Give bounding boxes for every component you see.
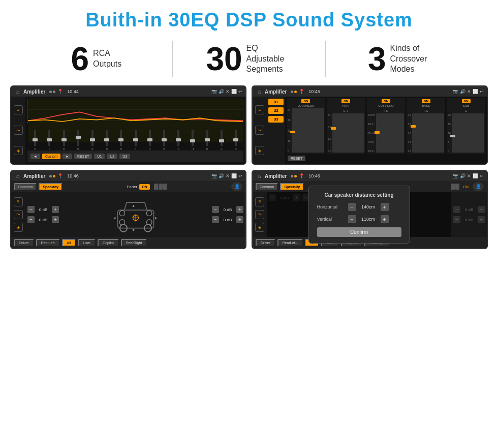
svg-text:▲: ▲ (132, 204, 135, 208)
db-val-1: 0 dB (36, 207, 50, 212)
dialog-horizontal-row: Horizontal − 140cm + (317, 203, 401, 211)
fader-sidebar-icon-3[interactable]: ◈ (14, 223, 23, 232)
distance-sidebar-icon-3[interactable]: ◈ (255, 223, 264, 232)
dist-side-minus-2: − (453, 216, 460, 223)
btn-rearleft[interactable]: RearLeft (36, 239, 60, 247)
distance-dot-1 (291, 175, 293, 177)
slider-cutfreq[interactable] (376, 113, 404, 153)
fader-label-text: Fader (127, 185, 137, 189)
preset-u1[interactable]: U1 (268, 99, 284, 105)
distance-tab-specialty[interactable]: Specialty (280, 183, 304, 191)
fader-home-icon[interactable]: ⌂ (14, 172, 21, 180)
home-icon[interactable]: ⌂ (14, 88, 21, 95)
fader-status-dots (49, 175, 55, 177)
db-minus-4[interactable]: − (212, 216, 219, 223)
crossover-status-bar: ⌂ Amplifier 📍 10:45 📷 🔊 ✕ ⬜ ↩ (253, 86, 487, 97)
slider-sub[interactable] (452, 113, 484, 153)
crossover-home-icon[interactable]: ⌂ (256, 88, 263, 95)
crossover-sidebar-icon-1[interactable]: ≡ (255, 105, 264, 114)
db-minus-2[interactable]: − (27, 216, 35, 223)
page-title: Buith-in 30EQ DSP Sound System (0, 0, 498, 36)
btn-rearright[interactable]: RearRight (121, 239, 147, 247)
dialog-vertical-row: Vertical − 110cm + (317, 215, 401, 223)
distance-location-icon: 📍 (299, 173, 304, 178)
db-minus-1[interactable]: − (27, 206, 35, 213)
fader-time: 10:46 (67, 173, 79, 178)
fader-bottom-bar: Driver RearLeft All User Copilot RearRig… (11, 237, 245, 248)
dialog-vertical-minus[interactable]: − (348, 215, 356, 223)
toggle-bass[interactable]: ON (422, 99, 430, 103)
db-val-4: 0 dB (221, 218, 235, 222)
crossover-volume-icon: 🔊 (460, 89, 465, 94)
btn-copilot[interactable]: Copilot (98, 239, 119, 247)
btn-all[interactable]: All (62, 239, 76, 247)
fader-close-icon: ✕ (226, 173, 230, 178)
crossover-channels: ON LOUDNESS 644832160 ON (287, 98, 485, 154)
fader-dot-1 (49, 175, 52, 177)
crossover-window-icon: ⬜ (473, 89, 478, 94)
toggle-phat[interactable]: ON (341, 99, 350, 103)
eq-sidebar-icon-1[interactable]: ≡ (14, 105, 23, 114)
db-minus-3[interactable]: − (212, 206, 219, 213)
db-plus-2[interactable]: + (52, 216, 59, 223)
dist-side-plus-2: + (478, 216, 485, 223)
fader-tab-specialty[interactable]: Specialty (39, 183, 63, 191)
eq-u2-btn[interactable]: U2 (107, 154, 117, 159)
eq-play-btn[interactable]: ► (63, 154, 72, 159)
preset-u2[interactable]: U2 (268, 107, 284, 114)
fader-sidebar-icon-2[interactable]: 〜 (14, 210, 23, 219)
channel-sub: ON SUB G 20151050 (447, 98, 485, 154)
db-val-2: 0 dB (36, 218, 50, 222)
fader-location-icon: 📍 (57, 173, 63, 178)
stat-crossover-number: 3 (368, 43, 386, 75)
fader-tab-common[interactable]: Common (14, 183, 37, 191)
toggle-sub[interactable]: ON (462, 99, 471, 103)
distance-home-icon[interactable]: ⌂ (256, 172, 263, 180)
eq-status-title: Amplifier (23, 89, 45, 95)
distance-time: 10:46 (308, 173, 320, 178)
dist-btn-rearleft[interactable]: RearLef... (277, 239, 303, 247)
crossover-sidebar-icon-3[interactable]: ◈ (255, 146, 264, 155)
eq-u1-btn[interactable]: U1 (94, 154, 105, 159)
eq-bottom-bar: ◄ Custom ► RESET U1 U2 U3 (27, 151, 243, 162)
db-plus-1[interactable]: + (52, 206, 59, 213)
fader-status-bar: ⌂ Amplifier 📍 10:46 📷 🔊 ✕ ⬜ ↩ (11, 171, 245, 181)
eq-sidebar-icon-2[interactable]: 〜 (14, 126, 23, 135)
crossover-sidebar-icon-2[interactable]: 〜 (255, 126, 264, 135)
dialog-horizontal-ctrl: − 140cm + (348, 203, 389, 211)
dialog-vertical-plus[interactable]: + (381, 215, 389, 223)
toggle-cutfreq[interactable]: ON (382, 99, 390, 103)
slider-loudness[interactable] (292, 108, 324, 153)
dialog-vertical-ctrl: − 110cm + (348, 215, 389, 223)
dist-btn-driver[interactable]: Driver (256, 239, 275, 247)
distance-tab-common[interactable]: Common (256, 183, 278, 191)
dialog-horizontal-plus[interactable]: + (381, 203, 389, 211)
btn-driver[interactable]: Driver (14, 239, 34, 247)
fader-back-icon: ↩ (238, 173, 242, 178)
distance-sidebar-icon-1[interactable]: ≡ (255, 197, 264, 206)
btn-user[interactable]: User (78, 239, 96, 247)
eq-custom-btn[interactable]: Custom (42, 154, 60, 159)
toggle-loudness[interactable]: ON (301, 99, 310, 103)
preset-u3[interactable]: U3 (268, 116, 284, 123)
slider-bass[interactable] (412, 113, 444, 153)
db-val-3: 0 dB (221, 207, 235, 212)
eq-prev-btn[interactable]: ◄ (30, 154, 40, 159)
db-plus-4[interactable]: + (236, 216, 243, 223)
fader-dot-2 (53, 175, 55, 177)
eq-sidebar-icon-3[interactable]: ◈ (14, 146, 23, 155)
dialog-confirm-btn[interactable]: Confirm (317, 227, 401, 237)
dialog-horizontal-minus[interactable]: − (348, 203, 356, 211)
crossover-status-title: Amplifier (265, 89, 287, 95)
eq-reset-btn[interactable]: RESET (74, 154, 92, 159)
eq-status-bar: ⌂ Amplifier 📍 10:44 📷 🔊 ✕ ⬜ ↩ (11, 86, 245, 97)
db-plus-3[interactable]: + (236, 206, 243, 213)
crossover-reset-btn[interactable]: RESET (288, 156, 305, 161)
distance-sidebar-icon-2[interactable]: 〜 (255, 210, 264, 219)
status-dot-2 (53, 91, 55, 93)
fader-sidebar-icon-1[interactable]: ≡ (14, 197, 23, 206)
slider-phat[interactable] (332, 113, 364, 153)
eq-u3-btn[interactable]: U3 (119, 154, 130, 159)
fader-toggle[interactable]: ON (139, 184, 150, 190)
stat-crossover: 3 Kinds of Crossover Modes (336, 43, 468, 75)
